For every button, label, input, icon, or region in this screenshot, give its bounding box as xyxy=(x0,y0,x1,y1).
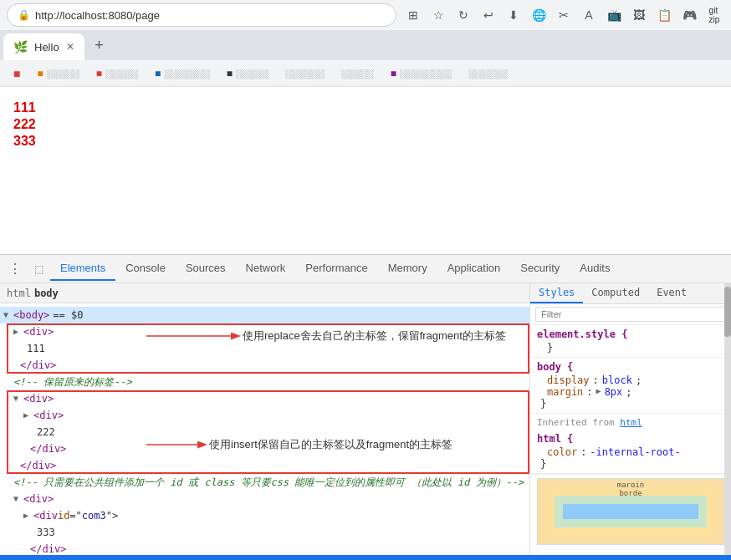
extensions-icon[interactable]: ⊞ xyxy=(403,5,423,25)
devtools-menu-button[interactable]: ⋮ xyxy=(3,257,27,281)
expand-triangle[interactable]: ▶ xyxy=(23,508,33,523)
div-222-wrapper: ▼ <div> ▶ <div> 222 </div> </div> xyxy=(0,390,529,474)
bookmark-item[interactable]: ■ ░░░░░ xyxy=(30,66,85,81)
inherited-label: Inherited from html xyxy=(530,414,731,430)
expand-triangle[interactable]: ▼ xyxy=(13,491,23,507)
element-text-111[interactable]: 111 xyxy=(0,340,529,357)
div-111-wrapper: ▶ <div> 111 </div> xyxy=(0,323,529,374)
git-icon[interactable]: gitzip xyxy=(704,5,724,25)
expand-triangle[interactable]: ▶ xyxy=(23,408,33,423)
style-val-color: -internal-root- xyxy=(590,446,680,458)
bookmark-item[interactable]: ■ ░░░░░ xyxy=(220,66,275,81)
element-comment-2[interactable]: <!-- 只需要在公共组件添加一个 id 或 class 等只要css 能唯一定… xyxy=(0,474,529,491)
expand-triangle[interactable]: ▼ xyxy=(13,391,23,406)
tab-title: Hello xyxy=(34,41,59,53)
clipboard-icon[interactable]: 📋 xyxy=(654,5,674,25)
element-div-open-222[interactable]: ▼ <div> xyxy=(0,390,529,407)
bookmark-item[interactable]: ░░░░░░ xyxy=(462,67,514,80)
element-div-close-111[interactable]: </div> xyxy=(0,357,529,374)
font-icon[interactable]: A xyxy=(579,5,599,25)
status-bar: html body xyxy=(0,555,731,560)
scrollbar-track[interactable] xyxy=(724,283,731,555)
tv-icon[interactable]: 📺 xyxy=(604,5,624,25)
style-close-brace: } xyxy=(547,342,553,354)
element-comment-1[interactable]: <!-- 保留原来的标签--> xyxy=(0,374,529,390)
element-inner-div-close-333[interactable]: </div> xyxy=(0,541,529,555)
styles-tab-bar: Styles Computed Event xyxy=(530,283,731,304)
breadcrumb-body[interactable]: body xyxy=(34,288,59,299)
history-icon[interactable]: ↩ xyxy=(478,5,498,25)
tag-div-close: </div> xyxy=(20,458,56,473)
bookmark-item[interactable]: ■ ░░░░░ xyxy=(89,66,145,81)
bookmark-label: ░░░░░░░░ xyxy=(400,69,452,79)
bookmark-item[interactable]: ■ ░░░░░░░░ xyxy=(384,66,459,81)
bookmark-item[interactable]: ░░░░░ xyxy=(335,67,381,80)
download-icon[interactable]: ⬇ xyxy=(504,5,524,25)
element-div-com3[interactable]: ▶ <div id =" com3 "> xyxy=(0,507,529,524)
devtools-tab-memory[interactable]: Memory xyxy=(378,257,437,281)
expand-triangle[interactable]: ▶ xyxy=(13,324,23,339)
page-line-3: 333 xyxy=(13,134,718,149)
style-rule-color: color : -internal-root- xyxy=(547,446,724,458)
new-tab-button[interactable]: + xyxy=(88,33,111,57)
element-inner-div-222[interactable]: ▶ <div> xyxy=(0,407,529,424)
style-semi: ; xyxy=(626,386,631,398)
box-model-section: margin borde xyxy=(530,474,731,548)
active-tab[interactable]: 🌿 Hello ✕ xyxy=(3,33,84,60)
body-equals: == $0 xyxy=(53,308,83,323)
bookmark-icon-8: ■ xyxy=(391,68,396,79)
filter-input[interactable] xyxy=(535,307,726,322)
tab-favicon: 🌿 xyxy=(13,40,28,53)
devtools-body: html body ▼ <body> == $0 ▶ <div> xyxy=(0,283,731,555)
styles-tab-event[interactable]: Event xyxy=(648,283,695,303)
devtools-tab-elements[interactable]: Elements xyxy=(50,257,115,281)
bookmark-icon[interactable]: ☆ xyxy=(428,5,448,25)
styles-tab-computed[interactable]: Computed xyxy=(583,283,648,303)
style-selector-element: element.style { xyxy=(537,328,724,340)
crop-icon[interactable]: ✂ xyxy=(554,5,574,25)
element-div-open-333[interactable]: ▼ <div> xyxy=(0,491,529,507)
game-icon[interactable]: 🎮 xyxy=(679,5,699,25)
element-div-close-222[interactable]: </div> xyxy=(0,457,529,474)
devtools-tab-performance[interactable]: Performance xyxy=(295,257,377,281)
devtools-tab-network[interactable]: Network xyxy=(236,257,296,281)
scrollbar-thumb[interactable] xyxy=(724,287,731,337)
devtools-tab-application[interactable]: Application xyxy=(437,257,511,281)
attr-quote-close: "> xyxy=(106,508,118,523)
bookmark-item[interactable]: ■ xyxy=(7,65,27,82)
inherited-from-link[interactable]: html xyxy=(620,417,642,428)
address-bar[interactable]: 🔒 http://localhost:8080/page xyxy=(7,3,396,27)
style-val-margin: 8px xyxy=(605,386,623,398)
style-section-element: element.style { } xyxy=(530,325,731,358)
devtools-tab-console[interactable]: Console xyxy=(115,257,176,281)
bookmark-label: ░░░░░░ xyxy=(468,69,508,79)
element-body-line[interactable]: ▼ <body> == $0 xyxy=(0,307,529,323)
photo-icon[interactable]: 🖼 xyxy=(629,5,649,25)
style-colon: : xyxy=(593,374,599,386)
devtools-tab-sources[interactable]: Sources xyxy=(176,257,236,281)
element-div-open-111[interactable]: ▶ <div> xyxy=(0,323,529,340)
style-selector-body: body { xyxy=(537,361,724,373)
tab-close-button[interactable]: ✕ xyxy=(66,41,74,53)
elements-content: ▼ <body> == $0 ▶ <div> 111 </div> xyxy=(0,303,529,555)
expand-triangle[interactable]: ▼ xyxy=(3,308,13,323)
element-inner-div-close-222[interactable]: </div> xyxy=(0,440,529,457)
bookmark-item[interactable]: ■ ░░░░░░░ xyxy=(148,66,217,81)
element-text-222[interactable]: 222 xyxy=(0,424,529,440)
network-icon[interactable]: 🌐 xyxy=(529,5,549,25)
tag-div: <div> xyxy=(23,491,54,507)
bookmark-item[interactable]: ░░░░░░ xyxy=(279,67,331,80)
devtools-tab-security[interactable]: Security xyxy=(510,257,570,281)
style-section-html: html { color : -internal-root- } xyxy=(530,430,731,474)
triangle-icon[interactable]: ▶ xyxy=(596,386,601,398)
styles-tab-styles[interactable]: Styles xyxy=(530,283,583,303)
devtools-tab-audits[interactable]: Audits xyxy=(570,257,620,281)
element-text-333[interactable]: 333 xyxy=(0,524,529,541)
tag-div: <div> xyxy=(33,408,64,423)
reload-icon[interactable]: ↻ xyxy=(453,5,473,25)
comment-text-2: <!-- 只需要在公共组件添加一个 id 或 class 等只要css 能唯一定… xyxy=(13,475,524,490)
breadcrumb-html[interactable]: html xyxy=(7,288,31,299)
elements-panel: html body ▼ <body> == $0 ▶ <div> xyxy=(0,283,530,555)
devtools-inspect-button[interactable]: ⬚ xyxy=(27,257,50,281)
text-333: 333 xyxy=(37,525,55,540)
